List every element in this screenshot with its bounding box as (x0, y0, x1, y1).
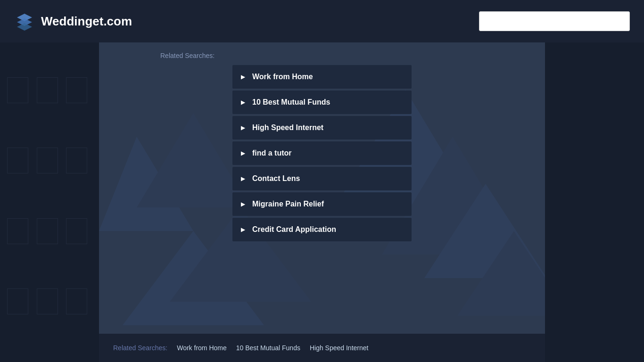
related-searches-heading: Related Searches: (99, 52, 215, 59)
footer: Related Searches: Work from Home 10 Best… (99, 334, 545, 362)
arrow-icon-7: ▶ (241, 226, 245, 233)
search-item-label-6: Migraine Pain Relief (252, 200, 324, 208)
search-item-work-from-home[interactable]: ▶ Work from Home (232, 65, 412, 89)
search-item-contact-lens[interactable]: ▶ Contact Lens (232, 167, 412, 190)
search-item-migraine[interactable]: ▶ Migraine Pain Relief (232, 192, 412, 216)
svg-marker-2 (17, 23, 32, 31)
search-item-label-4: find a tutor (252, 149, 292, 157)
logo-area: Weddinget.com (14, 11, 132, 32)
arrow-icon-4: ▶ (241, 150, 245, 156)
search-item-credit-card[interactable]: ▶ Credit Card Application (232, 218, 412, 241)
search-item-label-5: Contact Lens (252, 174, 300, 183)
arrow-icon-6: ▶ (241, 201, 245, 207)
footer-links: Work from Home 10 Best Mutual Funds High… (177, 344, 368, 352)
footer-link-high-speed-internet[interactable]: High Speed Internet (310, 344, 369, 352)
arrow-icon-1: ▶ (241, 74, 245, 80)
search-item-find-tutor[interactable]: ▶ find a tutor (232, 141, 412, 165)
svg-marker-3 (99, 137, 193, 231)
header: Weddinget.com (0, 0, 644, 42)
right-bg-pattern (545, 0, 644, 362)
arrow-icon-3: ▶ (241, 124, 245, 131)
footer-link-mutual-funds[interactable]: 10 Best Mutual Funds (236, 344, 300, 352)
logo-icon (14, 11, 35, 32)
svg-marker-7 (424, 184, 545, 278)
footer-link-work-from-home[interactable]: Work from Home (177, 344, 227, 352)
svg-marker-10 (457, 231, 545, 316)
search-list: ▶ Work from Home ▶ 10 Best Mutual Funds … (232, 65, 412, 241)
site-name: Weddinget.com (41, 14, 132, 29)
search-item-label-2: 10 Best Mutual Funds (252, 98, 330, 107)
search-item-label-3: High Speed Internet (252, 123, 323, 132)
footer-related-label: Related Searches: (113, 344, 167, 352)
search-item-label-1: Work from Home (252, 73, 313, 81)
search-item-mutual-funds[interactable]: ▶ 10 Best Mutual Funds (232, 90, 412, 114)
left-bg-pattern (0, 0, 99, 362)
search-item-label-7: Credit Card Application (252, 225, 336, 234)
search-input[interactable] (479, 11, 630, 31)
search-item-high-speed-internet[interactable]: ▶ High Speed Internet (232, 116, 412, 140)
arrow-icon-5: ▶ (241, 175, 245, 182)
arrow-icon-2: ▶ (241, 99, 245, 106)
svg-marker-8 (123, 231, 264, 325)
main-content: Related Searches: ▶ Work from Home ▶ 10 … (99, 42, 545, 362)
